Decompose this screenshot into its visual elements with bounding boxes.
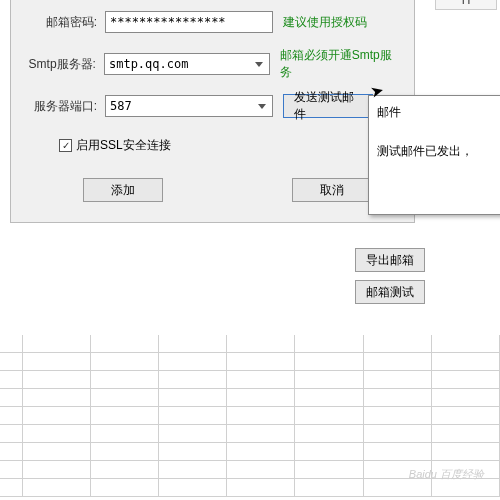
- grid-cell[interactable]: [159, 335, 227, 353]
- grid-cell[interactable]: [227, 335, 295, 353]
- grid-cell[interactable]: [432, 353, 500, 371]
- grid-cell[interactable]: [432, 443, 500, 461]
- port-label: 服务器端口:: [23, 98, 105, 115]
- smtp-row: Smtp服务器: smtp.qq.com 邮箱必须开通Smtp服务: [23, 53, 402, 75]
- column-header-h[interactable]: H: [435, 0, 497, 10]
- grid-cell[interactable]: [364, 425, 432, 443]
- popup-message: 测试邮件已发出，: [377, 143, 499, 160]
- grid-cell[interactable]: [23, 461, 91, 479]
- grid-cell[interactable]: [91, 407, 159, 425]
- grid-cell[interactable]: [227, 353, 295, 371]
- grid-row: [0, 335, 500, 353]
- grid-cell[interactable]: [159, 389, 227, 407]
- grid-cell[interactable]: [364, 389, 432, 407]
- watermark: Baidu 百度经验: [409, 467, 484, 482]
- grid-cell[interactable]: [227, 389, 295, 407]
- grid-cell[interactable]: [91, 443, 159, 461]
- grid-cell[interactable]: [159, 425, 227, 443]
- grid-cell[interactable]: [159, 371, 227, 389]
- grid-cell[interactable]: [364, 335, 432, 353]
- grid-row: [0, 389, 500, 407]
- grid-cell[interactable]: [364, 443, 432, 461]
- grid-cell[interactable]: [91, 353, 159, 371]
- port-row: 服务器端口: 587 发送测试邮件: [23, 95, 402, 117]
- grid-cell[interactable]: [23, 479, 91, 497]
- smtp-label: Smtp服务器:: [23, 56, 104, 73]
- port-combo[interactable]: 587: [105, 95, 273, 117]
- grid-cell[interactable]: [23, 425, 91, 443]
- grid-cell[interactable]: [0, 371, 23, 389]
- grid-cell[interactable]: [0, 425, 23, 443]
- cancel-button[interactable]: 取消: [292, 178, 372, 202]
- grid-cell[interactable]: [23, 443, 91, 461]
- grid-cell[interactable]: [432, 335, 500, 353]
- password-row: 邮箱密码: **************** 建议使用授权码: [23, 11, 402, 33]
- popup-title: 邮件: [377, 104, 499, 121]
- grid-row: [0, 443, 500, 461]
- grid-cell[interactable]: [159, 461, 227, 479]
- send-test-button[interactable]: 发送测试邮件: [283, 94, 373, 118]
- grid-cell[interactable]: [432, 389, 500, 407]
- smtp-server-combo[interactable]: smtp.qq.com: [104, 53, 270, 75]
- grid-cell[interactable]: [23, 353, 91, 371]
- export-mailbox-button[interactable]: 导出邮箱: [355, 248, 425, 272]
- grid-cell[interactable]: [91, 335, 159, 353]
- grid-cell[interactable]: [227, 461, 295, 479]
- grid-cell[interactable]: [295, 443, 363, 461]
- grid-cell[interactable]: [295, 425, 363, 443]
- grid-cell[interactable]: [0, 353, 23, 371]
- grid-cell[interactable]: [432, 371, 500, 389]
- password-label: 邮箱密码:: [23, 14, 105, 31]
- grid-row: [0, 353, 500, 371]
- ssl-checkbox-row[interactable]: ✓ 启用SSL安全连接: [59, 137, 402, 154]
- add-button[interactable]: 添加: [83, 178, 163, 202]
- grid-row: [0, 407, 500, 425]
- grid-cell[interactable]: [0, 335, 23, 353]
- grid-cell[interactable]: [91, 389, 159, 407]
- grid-cell[interactable]: [364, 407, 432, 425]
- grid-cell[interactable]: [432, 407, 500, 425]
- grid-cell[interactable]: [295, 371, 363, 389]
- email-config-dialog: 邮箱密码: **************** 建议使用授权码 Smtp服务器: …: [10, 0, 415, 223]
- grid-cell[interactable]: [295, 461, 363, 479]
- grid-cell[interactable]: [227, 371, 295, 389]
- side-panel-buttons: 导出邮箱 邮箱测试: [355, 248, 425, 304]
- grid-cell[interactable]: [0, 461, 23, 479]
- grid-cell[interactable]: [0, 407, 23, 425]
- grid-cell[interactable]: [364, 371, 432, 389]
- grid-cell[interactable]: [432, 425, 500, 443]
- password-hint: 建议使用授权码: [283, 14, 367, 31]
- grid-cell[interactable]: [159, 443, 227, 461]
- ssl-label: 启用SSL安全连接: [76, 137, 171, 154]
- grid-cell[interactable]: [295, 407, 363, 425]
- grid-cell[interactable]: [295, 389, 363, 407]
- grid-cell[interactable]: [227, 425, 295, 443]
- grid-cell[interactable]: [23, 389, 91, 407]
- grid-cell[interactable]: [295, 479, 363, 497]
- grid-cell[interactable]: [91, 461, 159, 479]
- grid-cell[interactable]: [23, 407, 91, 425]
- grid-cell[interactable]: [0, 443, 23, 461]
- grid-cell[interactable]: [23, 371, 91, 389]
- grid-cell[interactable]: [0, 479, 23, 497]
- mailbox-test-button[interactable]: 邮箱测试: [355, 280, 425, 304]
- grid-cell[interactable]: [159, 479, 227, 497]
- grid-cell[interactable]: [159, 407, 227, 425]
- grid-cell[interactable]: [227, 407, 295, 425]
- grid-cell[interactable]: [227, 479, 295, 497]
- grid-cell[interactable]: [159, 353, 227, 371]
- grid-cell[interactable]: [91, 479, 159, 497]
- dialog-button-row: 添加 取消: [23, 178, 402, 212]
- grid-cell[interactable]: [227, 443, 295, 461]
- grid-cell[interactable]: [0, 389, 23, 407]
- ssl-checkbox[interactable]: ✓: [59, 139, 72, 152]
- grid-cell[interactable]: [23, 335, 91, 353]
- smtp-hint: 邮箱必须开通Smtp服务: [280, 47, 402, 81]
- grid-cell[interactable]: [295, 335, 363, 353]
- grid-cell[interactable]: [91, 371, 159, 389]
- grid-cell[interactable]: [295, 353, 363, 371]
- grid-cell[interactable]: [91, 425, 159, 443]
- grid-cell[interactable]: [364, 353, 432, 371]
- password-input[interactable]: ****************: [105, 11, 273, 33]
- grid-row: [0, 371, 500, 389]
